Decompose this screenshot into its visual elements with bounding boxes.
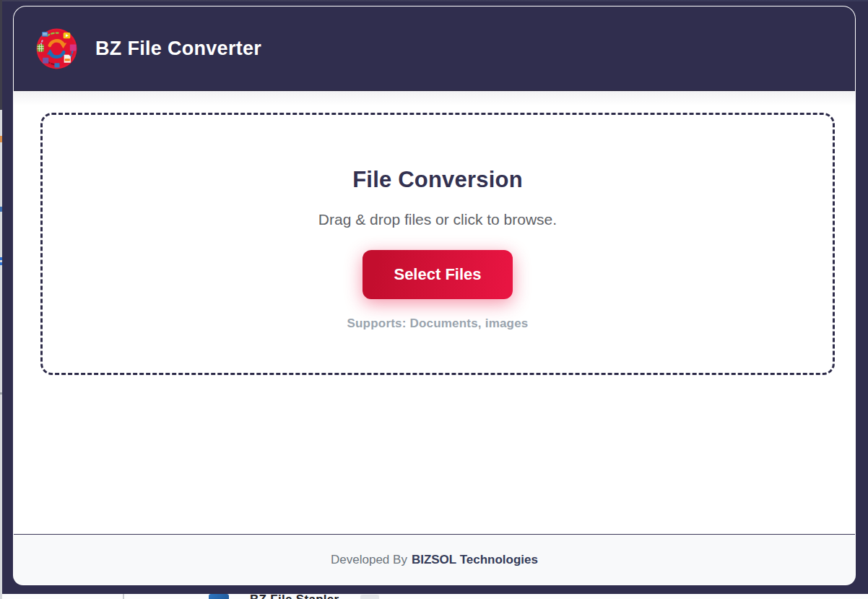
file-dropzone[interactable]: File Conversion Drag & drop files or cli…: [40, 113, 835, 375]
app-title: BZ File Converter: [95, 38, 261, 60]
select-files-button[interactable]: Select Files: [363, 250, 513, 299]
dropzone-title: File Conversion: [43, 167, 833, 193]
dropzone-subtitle: Drag & drop files or click to browse.: [43, 211, 833, 228]
background-item-badge: [360, 595, 379, 599]
app-footer: Developed By BIZSOL Technologies: [14, 534, 855, 585]
modal-body: File Conversion Drag & drop files or cli…: [14, 91, 855, 534]
app-logo-icon: [36, 28, 77, 69]
dropzone-supports-note: Supports: Documents, images: [43, 316, 833, 331]
file-icon: [209, 594, 229, 599]
file-converter-modal: BZ File Converter File Conversion Drag &…: [13, 6, 856, 585]
window-top-edge: [2, 0, 868, 1]
footer-company-name: BIZSOL Technologies: [412, 553, 538, 567]
app-header: BZ File Converter: [14, 7, 855, 91]
footer-credit-text: Developed By: [331, 553, 407, 567]
